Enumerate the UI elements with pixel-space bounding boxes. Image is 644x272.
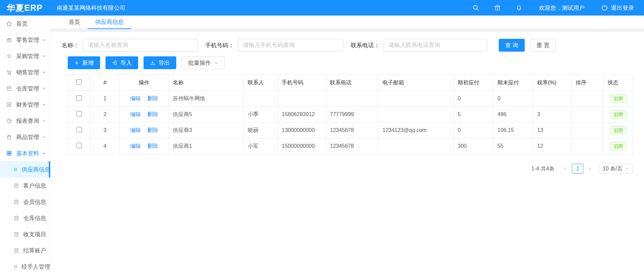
table-row: 3 编辑删除 供应商3 晓丽 13000000000 12345678 1234…	[68, 123, 633, 138]
page-size-value: 10 条/页	[603, 165, 622, 172]
delete-link[interactable]: 删除	[147, 111, 158, 117]
chevron-down-icon	[42, 119, 46, 123]
column-header-name: 名称	[169, 75, 244, 91]
sidebar-item-warehouse[interactable]: 仓库管理	[0, 80, 50, 97]
sidebar-item-product[interactable]: 商品管理	[0, 129, 50, 145]
sidebar-item-retail[interactable]: 零售管理	[0, 32, 50, 48]
batch-actions-label: 批量操作	[188, 59, 211, 67]
sidebar-item-label: 销售管理	[16, 69, 42, 76]
sidebar-subitem-label: 仓库信息	[23, 214, 46, 222]
row-checkbox[interactable]	[76, 95, 82, 101]
chevron-down-icon	[214, 61, 218, 65]
cell-contact: 小季	[244, 107, 278, 123]
prev-page-button[interactable]	[560, 164, 570, 174]
column-header-mobile: 手机号码	[278, 75, 326, 91]
page-number-button[interactable]: 1	[572, 164, 583, 174]
sidebar-item-label: 零售管理	[16, 36, 42, 44]
cell-tax-rate: 3	[533, 107, 572, 123]
action-divider	[144, 128, 144, 133]
next-page-button[interactable]	[585, 164, 595, 174]
edit-link[interactable]: 编辑	[130, 143, 141, 149]
row-checkbox[interactable]	[76, 127, 82, 132]
cell-tax-rate: 13	[533, 123, 572, 138]
sidebar-item-label: 首页	[16, 20, 46, 28]
sidebar-subitem-income-expense[interactable]: 收支项目	[0, 226, 50, 242]
search-icon[interactable]	[472, 4, 480, 11]
action-divider	[144, 96, 144, 101]
cell-name: 供应商5	[169, 107, 244, 123]
cell-begin-payable: 300	[454, 138, 493, 154]
sidebar-item-report[interactable]: 报表查询	[0, 113, 50, 129]
edit-link[interactable]: 编辑	[130, 96, 141, 101]
row-checkbox[interactable]	[76, 111, 82, 116]
add-button[interactable]: 新增	[68, 56, 100, 69]
tab-supplier-info[interactable]: 供应商信息	[88, 16, 131, 29]
column-header-end-payable: 期末应付	[493, 75, 533, 91]
delete-link[interactable]: 删除	[147, 96, 158, 101]
sidebar-item-home[interactable]: 首页	[0, 16, 50, 32]
logout-button[interactable]: 退出登录	[601, 4, 634, 12]
sidebar-subitem-supplier-info[interactable]: 供应商信息	[0, 161, 50, 178]
export-button[interactable]: 导出	[144, 56, 176, 69]
header-actions: 欢迎您，测试用户 退出登录	[458, 4, 644, 12]
export-icon	[150, 60, 155, 65]
telephone-filter-input[interactable]	[384, 39, 487, 52]
pagination-total: 1-4 共4条	[531, 165, 554, 172]
status-badge[interactable]: 启用	[610, 142, 626, 150]
edit-link[interactable]: 编辑	[130, 111, 141, 117]
bank-icon[interactable]	[494, 4, 501, 11]
column-header-email: 电子邮箱	[378, 75, 454, 91]
warehouse-icon	[6, 85, 12, 91]
sidebar-subitem-label: 供应商信息	[22, 166, 50, 173]
select-all-checkbox[interactable]	[76, 79, 82, 85]
column-header-status: 状态	[604, 75, 633, 91]
sidebar-item-finance[interactable]: 财务管理	[0, 97, 50, 113]
status-badge[interactable]: 启用	[610, 94, 626, 103]
home-icon	[6, 21, 12, 27]
cell-index: 2	[91, 107, 120, 123]
filter-row: 名称： 手机号码： 联系电话： 查 询 重 置	[62, 39, 633, 52]
cell-telephone	[326, 91, 378, 107]
sidebar-subitem-warehouse-info[interactable]: 仓库信息	[0, 210, 50, 226]
status-badge[interactable]: 启用	[610, 110, 626, 118]
sidebar-subitem-customer-info[interactable]: 客户信息	[0, 178, 50, 194]
doc-icon	[13, 167, 18, 172]
sidebar-item-basic-data[interactable]: 基本资料	[0, 145, 50, 161]
cell-end-payable: 486	[493, 107, 533, 123]
cell-end-payable: 106.15	[493, 123, 533, 138]
name-filter-input[interactable]	[83, 39, 198, 52]
retail-icon	[6, 37, 12, 43]
reset-button[interactable]: 重 置	[530, 39, 556, 52]
import-button[interactable]: 导入	[105, 56, 138, 69]
sidebar-subitem-settlement-account[interactable]: 结算账户	[0, 242, 50, 259]
cell-sort	[572, 123, 604, 138]
cell-begin-payable: 0	[454, 123, 493, 138]
bell-icon[interactable]	[515, 4, 523, 11]
sidebar-item-sales[interactable]: 销售管理	[0, 64, 50, 80]
cell-email	[378, 91, 454, 107]
tab-home[interactable]: 首页	[61, 16, 88, 29]
page-size-select[interactable]: 10 条/页	[599, 164, 633, 174]
chevron-down-icon	[42, 86, 46, 91]
sidebar-item-purchase[interactable]: 采购管理	[0, 48, 50, 64]
status-badge[interactable]: 启用	[610, 126, 626, 134]
delete-link[interactable]: 删除	[147, 127, 158, 133]
doc-icon	[13, 199, 19, 205]
chevron-down-icon	[42, 54, 46, 58]
column-header-contact: 联系人	[244, 75, 278, 91]
mobile-filter-input[interactable]	[238, 39, 343, 52]
cell-sort	[572, 138, 604, 154]
edit-link[interactable]: 编辑	[130, 127, 141, 133]
delete-link[interactable]: 删除	[147, 143, 158, 149]
cell-contact: 小军	[244, 138, 278, 154]
sidebar-subitem-member-info[interactable]: 会员信息	[0, 194, 50, 210]
cell-index: 4	[91, 138, 120, 154]
column-header-telephone: 联系电话	[326, 75, 378, 91]
sidebar-subitem-handler-management[interactable]: 经手人管理	[0, 259, 50, 272]
batch-actions-dropdown[interactable]: 批量操作	[182, 56, 225, 69]
chevron-right-icon	[588, 166, 592, 171]
search-button[interactable]: 查 询	[499, 39, 525, 52]
telephone-filter-label: 联系电话：	[351, 42, 379, 49]
sidebar-item-label: 财务管理	[16, 101, 42, 109]
row-checkbox[interactable]	[76, 143, 82, 148]
